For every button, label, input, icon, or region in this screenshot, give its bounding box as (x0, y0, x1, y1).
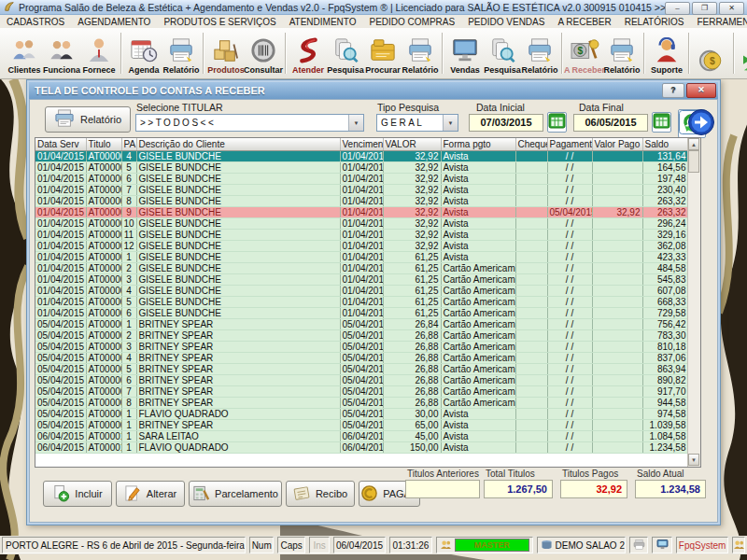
menu-agendamento[interactable]: AGENDAMENTO (71, 17, 157, 27)
window-close-button[interactable]: ✕ (686, 83, 716, 98)
chevron-down-icon[interactable]: ▼ (443, 115, 458, 131)
recibo-button[interactable]: Recibo (286, 481, 355, 507)
table-row[interactable]: 05/04/2015AT0000081BRITNEY SPEAR05/04/20… (35, 420, 688, 431)
table-row[interactable]: 01/04/2015AT0000016GISELE BUNDCHE01/04/2… (35, 308, 688, 319)
vertical-scrollbar[interactable]: ▲ ▼ (687, 138, 700, 467)
column-header-descricao-do-cliente[interactable]: Descrição do Cliente (136, 138, 340, 151)
toolbar-pesquisa-button[interactable]: Pesquisa (484, 30, 521, 77)
toolbar-a-receber-button[interactable]: $A Receber (566, 30, 603, 77)
menu-atendimento[interactable]: ATENDIMENTO (283, 17, 363, 27)
menu-ferramentas[interactable]: FERRAMENTAS (690, 17, 747, 27)
scrollbar-thumb[interactable] (688, 150, 699, 173)
status-computer-panel[interactable] (652, 537, 672, 553)
table-row[interactable]: 05/04/2015AT0000062BRITNEY SPEAR05/04/20… (35, 330, 688, 342)
table-row[interactable]: 01/04/2015AT0000028GISELE BUNDCHE01/04/2… (35, 196, 688, 207)
cell-descricao-do-cliente: GISELE BUNDCHE (136, 297, 340, 308)
column-header-forma-pgto[interactable]: Forma pgto (441, 138, 515, 151)
column-header-cheque[interactable]: Cheque (515, 138, 547, 151)
table-row[interactable]: 01/04/2015AT0000029GISELE BUNDCHE01/04/2… (35, 207, 688, 218)
cell-pagamento: / / (547, 151, 592, 162)
column-header-valor[interactable]: VALOR (383, 138, 441, 151)
help-button[interactable]: ? (662, 83, 684, 98)
column-header-saldo[interactable]: Saldo (642, 138, 688, 151)
toolbar-clientes-button[interactable]: Clientes (6, 30, 43, 77)
table-row[interactable]: 01/04/2015AT0000025GISELE BUNDCHE01/04/2… (35, 162, 688, 174)
toolbar-exit-icon-button[interactable]: EXIT (738, 30, 747, 77)
table-row[interactable]: 05/04/2015AT0000064BRITNEY SPEAR05/04/20… (35, 353, 688, 364)
column-header-pa[interactable]: PA (121, 138, 136, 151)
data-inicial-field[interactable]: 07/03/2015 (469, 114, 543, 132)
toolbar-relatorio-button[interactable]: Relatório (603, 30, 641, 77)
report-button[interactable]: Relatório (45, 106, 131, 133)
table-row[interactable]: 05/04/2015AT0000061BRITNEY SPEAR05/04/20… (35, 319, 688, 330)
table-row[interactable]: 01/04/2015AT0000024GISELE BUNDCHE01/04/2… (35, 151, 688, 162)
table-row[interactable]: 01/04/2015AT0000015GISELE BUNDCHE01/04/2… (35, 297, 688, 308)
table-row[interactable]: 05/04/2015AT0000063BRITNEY SPEAR05/04/20… (35, 342, 688, 353)
table-row[interactable]: 06/04/2015AT0000131FLÁVIO QUADRADO06/04/… (35, 442, 688, 454)
toolbar-agenda-button[interactable]: Agenda (125, 30, 162, 77)
table-row[interactable]: 05/04/2015AT0000068BRITNEY SPEAR05/04/20… (35, 398, 688, 409)
maximize-button[interactable]: ❐ (692, 2, 717, 15)
toolbar-pesquisa-button[interactable]: Pesquisa (327, 30, 364, 77)
menu-relatorios[interactable]: RELATÓRIOS (618, 17, 691, 27)
toolbar-relatorio-button[interactable]: Relatório (162, 30, 200, 77)
menu-cadastros[interactable]: CADASTROS (0, 17, 71, 27)
incluir-button[interactable]: Incluir (43, 481, 112, 507)
toolbar-consultar-button[interactable]: Consultar (245, 30, 282, 77)
toolbar-atender-button[interactable]: Atender (289, 30, 327, 77)
menu-pedido-vendas[interactable]: PEDIDO VENDAS (461, 17, 551, 27)
data-final-field[interactable]: 06/05/2015 (573, 114, 648, 132)
column-header-data-serv[interactable]: Data Serv (35, 138, 86, 151)
table-row[interactable]: 05/04/2015AT0000066BRITNEY SPEAR05/04/20… (35, 375, 688, 386)
status-printer-panel[interactable] (629, 537, 648, 553)
column-header-pagamento[interactable]: Pagamento (547, 138, 592, 151)
titular-select[interactable]: >>TODOS<< ▼ (135, 114, 364, 132)
toolbar-coin-icon-button[interactable]: $ (693, 30, 730, 77)
data-final-calendar-button[interactable] (652, 112, 671, 133)
cell-valor-pago (592, 353, 642, 364)
column-header-titulo[interactable]: Titulo (86, 138, 121, 151)
minimize-button[interactable]: – (665, 2, 690, 15)
toolbar-relatorio-button[interactable]: Relatório (521, 30, 558, 77)
toolbar-relatorio-button[interactable]: Relatório (402, 30, 439, 77)
titular-label: Selecione TITULAR (136, 102, 223, 113)
table-row[interactable]: 05/04/2015AT0000051FLÁVIO QUADRADO05/04/… (35, 409, 688, 420)
table-row[interactable]: 01/04/2015AT0000013GISELE BUNDCHE01/04/2… (35, 274, 688, 286)
table-row[interactable]: 01/04/2015AT0000026GISELE BUNDCHE01/04/2… (35, 174, 688, 185)
close-button[interactable]: ✕ (719, 2, 744, 15)
table-row[interactable]: 01/04/2015AT0000014GISELE BUNDCHE01/04/2… (35, 286, 688, 297)
table-row[interactable]: 05/04/2015AT0000067BRITNEY SPEAR05/04/20… (35, 386, 688, 398)
toolbar-button-label: Funciona (43, 65, 80, 76)
column-header-vencimento[interactable]: Vencimento (340, 138, 383, 151)
menu-produtos-e-servicos[interactable]: PRODUTOS E SERVIÇOS (157, 17, 282, 27)
scroll-down-icon[interactable]: ▼ (688, 454, 699, 466)
table-row[interactable]: 05/04/2015AT0000065BRITNEY SPEAR05/04/20… (35, 364, 688, 375)
scroll-up-icon[interactable]: ▲ (688, 138, 699, 150)
data-inicial-calendar-button[interactable] (547, 112, 567, 133)
cell-cheque (515, 353, 547, 364)
table-row[interactable]: 01/04/2015AT0000027GISELE BUNDCHE01/04/2… (35, 185, 688, 196)
toolbar-funciona-button[interactable]: Funciona (43, 30, 80, 77)
table-row[interactable]: 06/04/2015AT0000111SARA LEITAO06/04/2015… (35, 431, 688, 442)
alterar-button[interactable]: Alterar (116, 481, 185, 507)
cell-valor: 30,00 (383, 409, 441, 420)
execute-button[interactable] (687, 108, 715, 139)
table-row[interactable]: 01/04/2015AT0000012GISELE BUNDCHE01/04/2… (35, 263, 688, 274)
table-row[interactable]: 01/04/2015AT00000210GISELE BUNDCHE01/04/… (35, 218, 688, 230)
toolbar-procurar-button[interactable]: Procurar (364, 30, 402, 77)
menu-a-receber[interactable]: A RECEBER (551, 17, 617, 27)
toolbar-vendas-button[interactable]: Vendas (446, 30, 484, 77)
cell-pagamento: / / (547, 431, 592, 442)
table-row[interactable]: 01/04/2015AT0000011GISELE BUNDCHE01/04/2… (35, 252, 688, 263)
toolbar-suporte-button[interactable]: Suporte (648, 30, 685, 77)
toolbar-produtos-button[interactable]: Produtos (207, 30, 245, 77)
toolbar-fornece-button[interactable]: Fornece (80, 30, 118, 77)
table-row[interactable]: 01/04/2015AT00000211GISELE BUNDCHE01/04/… (35, 230, 688, 241)
menu-pedido-compras[interactable]: PEDIDO COMPRAS (362, 17, 461, 27)
column-header-valor-pago[interactable]: Valor Pago (592, 138, 642, 151)
table-row[interactable]: 01/04/2015AT00000212GISELE BUNDCHE01/04/… (35, 241, 688, 252)
chevron-down-icon[interactable]: ▼ (348, 115, 363, 131)
cell-pagamento: / / (547, 274, 592, 286)
parcelamento-button[interactable]: Parcelamento (189, 481, 282, 507)
tipo-pesquisa-select[interactable]: GERAL ▼ (376, 114, 458, 132)
